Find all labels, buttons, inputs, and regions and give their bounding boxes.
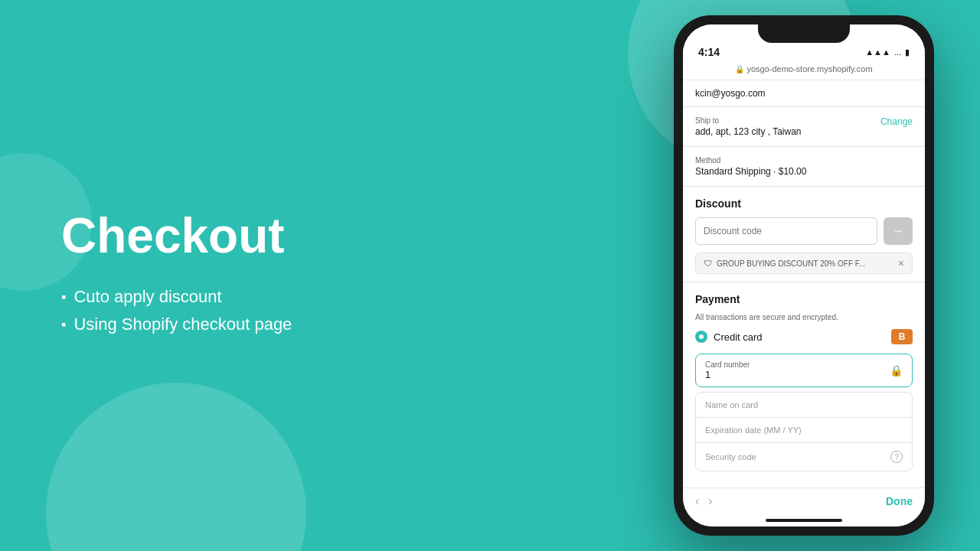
discount-section: Discount → 🛡 GROUP BUYING DISCOUNT 20% O… (683, 187, 925, 282)
screen-content: kcin@yosgo.com Ship to add, apt, 123 cit… (683, 80, 925, 487)
card-lock-icon: 🔒 (890, 364, 903, 377)
nav-up-arrow[interactable]: ‹ (695, 494, 699, 508)
bullet-1: Cuto apply discount (61, 287, 292, 307)
credit-card-label: Credit card (714, 331, 763, 343)
phone-screen: 4:14 ▲▲▲ ... ▮ 🔒 yosgo-demo-store.myshop… (683, 24, 925, 527)
bg-circle-bottom-left (46, 383, 306, 551)
ship-to-section: Ship to add, apt, 123 city , Taiwan Chan… (683, 107, 925, 147)
discount-tag: 🛡 GROUP BUYING DISCOUNT 20% OFF F... × (695, 253, 913, 274)
nav-arrows: ‹ › (695, 494, 713, 508)
security-code-placeholder: Security code (705, 452, 890, 461)
status-icons: ▲▲▲ ... ▮ (865, 47, 910, 57)
battery-icon: ▮ (905, 47, 910, 57)
method-label: Method (695, 156, 913, 165)
home-indicator (683, 516, 925, 527)
discount-title: Discount (695, 197, 913, 210)
page-title: Checkout (61, 209, 292, 262)
method-value: Standard Shipping · $10.00 (695, 166, 913, 177)
ship-to-label: Ship to (695, 116, 802, 125)
discount-input-row: → (695, 217, 913, 245)
name-on-card-field[interactable]: Name on card (696, 393, 912, 418)
signal-icon: ... (894, 47, 901, 57)
phone-body: 4:14 ▲▲▲ ... ▮ 🔒 yosgo-demo-store.myshop… (674, 15, 934, 536)
home-bar (766, 519, 842, 522)
discount-close-button[interactable]: × (898, 258, 904, 269)
payment-title: Payment (695, 293, 913, 305)
feature-bullets: Cuto apply discount Using Shopify checko… (61, 287, 292, 334)
card-number-value: 1 (705, 369, 750, 380)
bullet-2: Using Shopify checkout page (61, 315, 292, 334)
done-button[interactable]: Done (886, 495, 913, 507)
change-button[interactable]: Change (880, 116, 913, 127)
bottom-bar: ‹ › Done (683, 487, 925, 516)
nav-down-arrow[interactable]: › (708, 494, 712, 508)
email-row: kcin@yosgo.com (683, 80, 925, 107)
payment-section: Payment All transactions are secure and … (683, 282, 925, 482)
payment-badge: B (891, 329, 913, 344)
credit-card-radio[interactable] (695, 331, 707, 343)
shield-icon: 🛡 (704, 259, 712, 268)
expiration-field[interactable]: Expiration date (MM / YY) (696, 418, 912, 443)
discount-tag-text: GROUP BUYING DISCOUNT 20% OFF F... (717, 259, 893, 268)
url-lock-icon: 🔒 (735, 65, 744, 73)
method-section: Method Standard Shipping · $10.00 (683, 147, 925, 187)
discount-apply-button[interactable]: → (884, 217, 913, 245)
payment-subtitle: All transactions are secure and encrypte… (695, 313, 913, 321)
discount-code-input[interactable] (695, 217, 877, 245)
phone-mockup: 4:14 ▲▲▲ ... ▮ 🔒 yosgo-demo-store.myshop… (674, 15, 934, 536)
url-text: 🔒 yosgo-demo-store.myshopify.com (695, 64, 913, 73)
url-bar: 🔒 yosgo-demo-store.myshopify.com (683, 61, 925, 80)
expiration-placeholder: Expiration date (MM / YY) (705, 425, 903, 435)
card-fields-group: Name on card Expiration date (MM / YY) S… (695, 392, 913, 471)
url-value: yosgo-demo-store.myshopify.com (746, 64, 872, 73)
name-on-card-placeholder: Name on card (705, 400, 903, 409)
arrow-icon: → (892, 224, 904, 238)
wifi-icon: ▲▲▲ (865, 47, 890, 57)
payment-method-left: Credit card (695, 331, 763, 343)
security-code-field[interactable]: Security code ? (696, 443, 912, 471)
ship-to-value: add, apt, 123 city , Taiwan (695, 126, 802, 137)
status-time: 4:14 (698, 46, 720, 58)
security-code-help-icon[interactable]: ? (890, 451, 903, 463)
phone-notch (758, 24, 850, 43)
payment-method-row: Credit card B (695, 329, 913, 344)
left-content: Checkout Cuto apply discount Using Shopi… (61, 209, 292, 342)
card-number-label: Card number (705, 360, 750, 369)
card-number-field[interactable]: Card number 1 🔒 (695, 354, 913, 387)
